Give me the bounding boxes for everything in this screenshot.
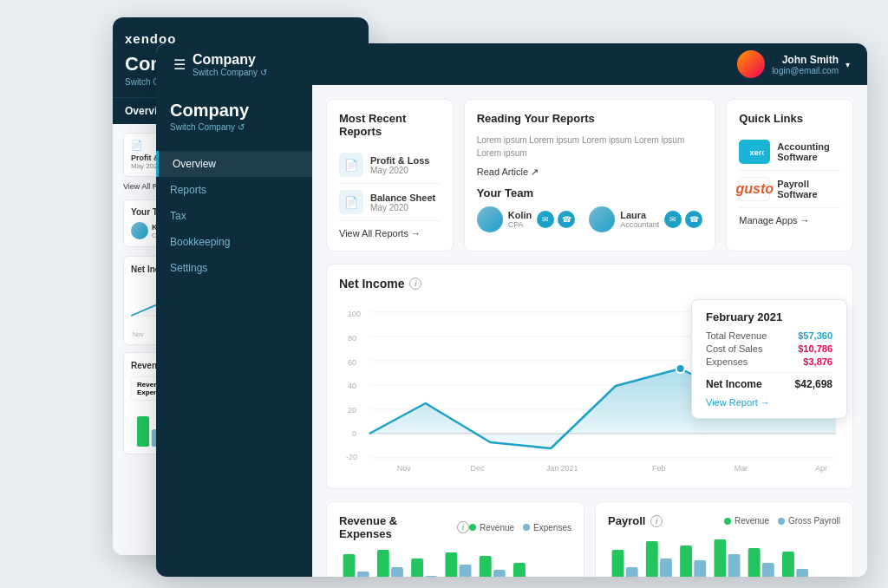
ctc-revenue-row: Total Revenue $57,360	[706, 330, 832, 341]
net-income-info-icon: i	[409, 278, 421, 290]
svg-text:60: 60	[348, 358, 356, 367]
ctc-exp-label: Expenses	[706, 356, 748, 367]
net-income-card: Net Income i February 2021 Total Revenue…	[326, 264, 853, 489]
fc-content: Most Recent Reports 📄 Profit & Loss May …	[312, 85, 867, 577]
quick-link-gusto[interactable]: gusto Payroll Software	[739, 171, 840, 208]
pl-document-icon: 📄	[339, 153, 363, 177]
svg-rect-1	[137, 416, 149, 447]
read-article-link[interactable]: Read Article ↗	[477, 167, 703, 178]
svg-rect-47	[513, 563, 526, 577]
svg-rect-60	[796, 569, 808, 577]
quick-links-card: Quick Links xero Accounting Software gus…	[726, 99, 853, 252]
view-all-reports-link[interactable]: View All Reports →	[339, 228, 441, 238]
fc-bottom-row: Revenue & Expenses i Revenue Expenses	[326, 501, 853, 577]
svg-text:0: 0	[352, 429, 356, 438]
ctc-cos-label: Cost of Sales	[706, 343, 762, 354]
net-income-header: Net Income i	[339, 277, 840, 291]
svg-rect-51	[646, 541, 658, 577]
laura-chat-icon[interactable]: ✉	[664, 211, 682, 228]
chart-tooltip-card: February 2021 Total Revenue $57,360 Cost…	[691, 299, 847, 419]
gusto-link-text: Payroll Software	[777, 179, 840, 199]
ctc-cos-val: $10,786	[798, 343, 832, 354]
fc-sidebar-switch[interactable]: Switch Company ↺	[170, 122, 298, 132]
pl-info: Profit & Loss May 2020	[370, 155, 429, 175]
svg-rect-37	[343, 554, 356, 577]
fc-sidebar: Company Switch Company ↺ Overview Report…	[156, 85, 312, 577]
rev-exp-info-icon: i	[457, 521, 469, 533]
sidebar-item-overview[interactable]: Overview	[156, 151, 312, 177]
svg-rect-42	[425, 576, 437, 577]
fc-header-avatar	[737, 50, 765, 78]
rev-dot	[469, 524, 476, 531]
rev-legend-expenses-label: Expenses	[533, 523, 571, 532]
laura-call-icon[interactable]: ☎	[685, 211, 702, 228]
most-recent-reports-title: Most Recent Reports	[339, 112, 441, 138]
payroll-legend-revenue: Revenue	[724, 516, 769, 526]
fc-sidebar-company-name: Company	[170, 101, 298, 121]
fc-main: Company Switch Company ↺ Overview Report…	[156, 85, 867, 577]
kolin-role: CPA	[508, 220, 532, 229]
rev-exp-title-group: Revenue & Expenses i	[339, 514, 469, 540]
svg-text:Dec: Dec	[470, 464, 484, 473]
fc-header-company-name: Company	[193, 52, 267, 68]
laura-name: Laura	[620, 210, 659, 220]
bs-name: Balance Sheet	[370, 193, 435, 203]
svg-text:Nov: Nov	[397, 464, 411, 473]
ctc-revenue-label: Total Revenue	[706, 330, 767, 341]
kolin-chat-icon[interactable]: ✉	[537, 211, 554, 228]
svg-rect-45	[480, 556, 492, 577]
rev-exp-bar-chart	[339, 546, 571, 577]
manage-apps-link[interactable]: Manage Apps →	[739, 215, 840, 225]
kolin-avatar	[477, 206, 503, 232]
payroll-header: Payroll i Revenue Gross Payroll	[608, 514, 840, 527]
svg-text:Feb: Feb	[652, 464, 665, 473]
laura-icons: ✉ ☎	[664, 211, 702, 228]
report-item-bs[interactable]: 📄 Balance Sheet May 2020	[339, 184, 441, 221]
payroll-title-group: Payroll i	[608, 514, 663, 527]
svg-rect-39	[377, 550, 389, 577]
svg-rect-59	[782, 552, 794, 577]
rev-exp-header: Revenue & Expenses i Revenue Expenses	[339, 514, 571, 540]
rev-legend-expenses: Expenses	[523, 523, 571, 532]
svg-rect-40	[391, 567, 403, 577]
ctc-view-report[interactable]: View Report →	[706, 397, 832, 408]
svg-rect-53	[680, 546, 692, 577]
svg-rect-58	[762, 563, 774, 577]
svg-text:80: 80	[348, 334, 356, 343]
rev-exp-legend: Revenue Expenses	[469, 523, 571, 532]
rev-legend-revenue-label: Revenue	[480, 523, 514, 532]
payroll-rev-dot	[724, 518, 731, 525]
most-recent-reports-card: Most Recent Reports 📄 Profit & Loss May …	[326, 99, 454, 252]
reading-team-card: Reading Your Reports Lorem ipsum Lorem i…	[464, 99, 716, 252]
fc-header-right: John Smith login@email.com ▾	[737, 50, 850, 78]
payroll-legend-revenue-label: Revenue	[735, 516, 769, 526]
kolin-icons: ✉ ☎	[537, 211, 575, 228]
kolin-call-icon[interactable]: ☎	[558, 211, 575, 228]
sidebar-item-reports[interactable]: Reports	[156, 177, 312, 203]
hamburger-icon[interactable]: ☰	[173, 56, 186, 73]
svg-rect-44	[460, 565, 472, 577]
chevron-down-icon[interactable]: ▾	[846, 60, 850, 69]
payroll-legend-gross: Gross Payroll	[778, 516, 840, 526]
svg-text:xero: xero	[750, 148, 765, 157]
ctc-divider	[706, 372, 832, 373]
payroll-bar-chart	[608, 532, 840, 577]
svg-rect-56	[728, 554, 741, 577]
sidebar-item-bookkeeping[interactable]: Bookkeeping	[156, 229, 312, 255]
report-item-pl[interactable]: 📄 Profit & Loss May 2020	[339, 147, 441, 184]
laura-info: Laura Accountant	[620, 210, 659, 229]
rev-exp-title: Revenue & Expenses	[339, 514, 452, 540]
svg-text:Apr: Apr	[815, 464, 827, 473]
ctc-revenue-val: $57,360	[798, 330, 832, 341]
sidebar-item-settings[interactable]: Settings	[156, 255, 312, 281]
team-member-laura: Laura Accountant ✉ ☎	[589, 206, 702, 232]
svg-rect-43	[445, 552, 457, 577]
rev-legend-revenue: Revenue	[469, 523, 514, 532]
kolin-name: Kolin	[508, 210, 532, 220]
fc-header: ☰ Company Switch Company ↺ John Smith lo…	[156, 43, 867, 85]
svg-rect-55	[714, 539, 726, 577]
sidebar-item-tax[interactable]: Tax	[156, 203, 312, 229]
quick-links-title: Quick Links	[739, 112, 840, 125]
quick-link-xero[interactable]: xero Accounting Software	[739, 134, 840, 171]
fc-header-switch[interactable]: Switch Company ↺	[193, 68, 267, 77]
